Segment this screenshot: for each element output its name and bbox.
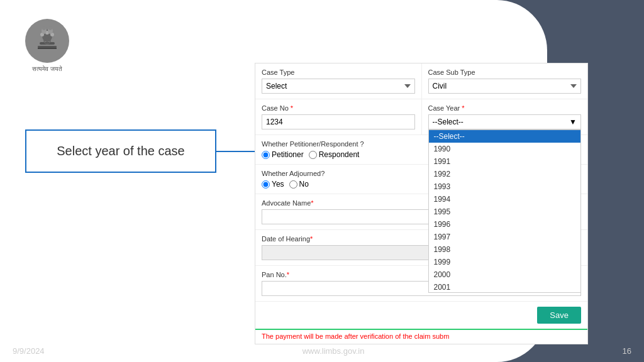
year-option-1998[interactable]: 1998: [429, 243, 581, 256]
year-option-1992[interactable]: 1992: [429, 168, 581, 180]
emblem-logo: [25, 19, 69, 63]
case-type-select[interactable]: Select: [262, 79, 415, 94]
case-type-label: Case Type: [262, 69, 415, 76]
case-year-cell: Case Year * --Select-- ▼ --Select-- 1990…: [422, 99, 588, 134]
case-no-input[interactable]: [262, 114, 415, 129]
svg-point-11: [48, 26, 52, 30]
form-panel: Case Type Select Case Sub Type Civil Cas…: [255, 63, 588, 344]
bottom-date: 9/9/2024: [13, 346, 45, 356]
save-button[interactable]: Save: [537, 307, 581, 324]
case-sub-type-select[interactable]: Civil: [428, 79, 582, 94]
year-option-1995[interactable]: 1995: [429, 206, 581, 218]
case-year-display[interactable]: --Select-- ▼: [428, 114, 582, 129]
year-option-1999[interactable]: 1999: [429, 256, 581, 268]
adjourned-yes-label[interactable]: Yes: [262, 180, 284, 189]
year-option-1994[interactable]: 1994: [429, 193, 581, 206]
case-sub-type-label: Case Sub Type: [428, 69, 582, 76]
year-option-2001[interactable]: 2001: [429, 281, 581, 293]
form-row-case: Case No * Case Year * --Select-- ▼ --Sel…: [255, 99, 587, 135]
case-type-cell: Case Type Select: [255, 63, 422, 99]
bottom-url: www.limbs.gov.in: [303, 346, 365, 356]
year-option-1997[interactable]: 1997: [429, 231, 581, 243]
case-year-wrapper: --Select-- ▼ --Select-- 1990 1991 1992 1…: [428, 114, 582, 129]
tooltip-box: Select year of the case: [25, 129, 216, 173]
bottom-page-number: 16: [623, 346, 631, 356]
logo-area: सत्यमेव जयते: [25, 19, 69, 73]
case-year-label: Case Year *: [428, 104, 582, 112]
form-row-type: Case Type Select Case Sub Type Civil: [255, 63, 587, 99]
case-sub-type-cell: Case Sub Type Civil: [422, 63, 588, 99]
bottom-bar: 9/9/2024 www.limbs.gov.in 16: [0, 346, 644, 356]
form-footer: Save: [255, 302, 587, 329]
adjourned-no-label[interactable]: No: [289, 180, 309, 189]
year-option-2000[interactable]: 2000: [429, 268, 581, 281]
year-option-1991[interactable]: 1991: [429, 155, 581, 168]
adjourned-no-radio[interactable]: [289, 180, 297, 189]
adjourned-yes-radio[interactable]: [262, 180, 270, 189]
year-option-1990[interactable]: 1990: [429, 143, 581, 155]
tagline: सत्यमेव जयते: [25, 65, 69, 73]
case-year-dropdown[interactable]: --Select-- 1990 1991 1992 1993 1994 1995…: [428, 129, 582, 293]
year-option-1993[interactable]: 1993: [429, 180, 581, 193]
arrow-line: [216, 151, 260, 152]
case-no-cell: Case No *: [255, 99, 422, 134]
year-option-select[interactable]: --Select--: [429, 130, 581, 143]
svg-rect-3: [38, 46, 57, 48]
year-option-1996[interactable]: 1996: [429, 218, 581, 231]
petitioner-radio-label[interactable]: Petitioner: [262, 150, 304, 159]
respondent-radio-label[interactable]: Respondent: [309, 150, 360, 159]
petitioner-radio[interactable]: [262, 151, 270, 159]
respondent-radio[interactable]: [309, 151, 317, 159]
payment-notice: The payment will be made after verificat…: [255, 329, 587, 344]
tooltip-text: Select year of the case: [57, 144, 184, 158]
svg-point-10: [42, 26, 46, 30]
case-no-label: Case No *: [262, 104, 415, 112]
